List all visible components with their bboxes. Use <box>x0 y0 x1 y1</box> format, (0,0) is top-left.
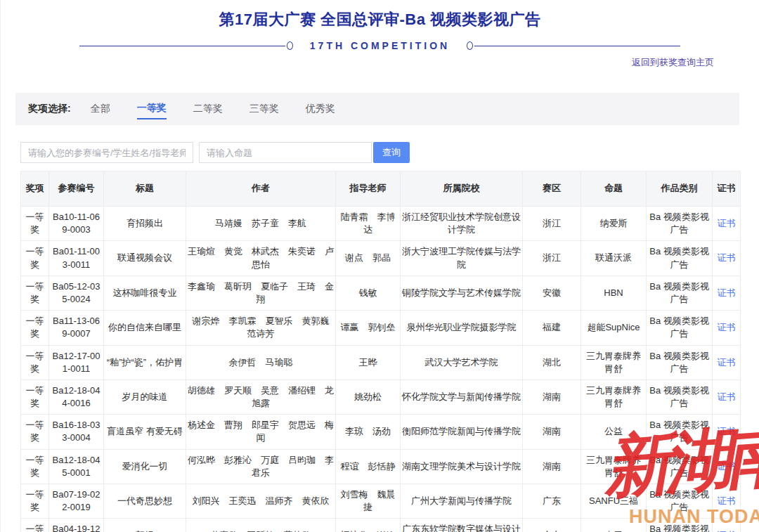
cell-school: 浙大宁波理工学院传媒与法学院 <box>401 241 523 275</box>
cell-title: 一代奇思妙想 <box>104 484 186 519</box>
filter-tab-first-prize[interactable]: 一等奖 <box>137 99 167 119</box>
filter-tab-excellence-prize[interactable]: 优秀奖 <box>306 100 335 119</box>
cell-cert: 证书 <box>713 207 741 241</box>
table-row: 一等奖Ba07-19-022-0019一代奇思妙想刘阳兴 王奕迅 温师齐 黄依欣… <box>21 484 741 519</box>
column-header-teachers: 指导老师 <box>336 171 401 207</box>
cell-award: 一等奖 <box>21 275 49 310</box>
filter-tab-third-prize[interactable]: 三等奖 <box>249 100 279 119</box>
table-row: 一等奖Ba16-18-033-0004盲道虽窄 有爱无碍杨述金 曹翔 郎星宇 贺… <box>21 415 741 449</box>
cell-category: Ba 视频类影视广告 <box>647 519 713 532</box>
results-table: 奖项 参赛编号 标题 作者 指导老师 所属院校 赛区 命题 作品类别 证书 一等… <box>20 171 741 532</box>
topic-search-input[interactable] <box>199 142 372 163</box>
cell-topic: SANFU三福 <box>581 484 647 519</box>
cell-award: 一等奖 <box>21 241 49 275</box>
column-header-entry-id: 参赛编号 <box>49 171 104 207</box>
certificate-link[interactable]: 证书 <box>718 495 736 506</box>
cell-award: 一等奖 <box>21 311 49 345</box>
cell-award: 一等奖 <box>21 449 49 484</box>
cell-id: Ba12-18-044-0016 <box>49 379 104 414</box>
divider-circle-right-icon <box>467 41 473 50</box>
cell-authors: 马靖嫚 苏子童 李航 <box>186 207 336 241</box>
column-header-region: 赛区 <box>523 171 581 207</box>
cell-topic: 三九胃泰牌养胃舒 <box>581 379 647 414</box>
cell-title: 爱消化一切 <box>104 449 186 484</box>
certificate-link[interactable]: 证书 <box>718 426 736 436</box>
cell-authors: 王瑜煊 黄觉 林武杰 朱奕诺 卢思怡 <box>186 241 336 275</box>
cell-region: 湖北 <box>523 345 581 379</box>
cell-teachers: 刘雪梅 魏晨捷 <box>336 484 401 519</box>
cell-authors: 刘阳兴 王奕迅 温师齐 黄依欣 <box>186 484 336 519</box>
certificate-link[interactable]: 证书 <box>718 287 736 298</box>
cell-school: 衡阳师范学院新闻与传播学院 <box>401 415 523 449</box>
page-title: 第17届大广赛 全国总评审-Ba 视频类影视广告 <box>1 9 759 30</box>
cell-region: 湖南 <box>523 415 581 449</box>
column-header-title: 标题 <box>104 171 186 207</box>
cell-teachers: 钱敏 <box>336 275 401 310</box>
filter-tab-second-prize[interactable]: 二等奖 <box>193 100 223 119</box>
certificate-link[interactable]: 证书 <box>718 252 736 263</box>
certificate-link[interactable]: 证书 <box>718 322 736 332</box>
certificate-link[interactable]: 证书 <box>718 357 736 368</box>
cell-award: 一等奖 <box>21 415 49 449</box>
table-row: 一等奖Ba10-11-069-0003育招频出马靖嫚 苏子童 李航陆青霜 李博达… <box>21 207 741 241</box>
cell-authors: 杨述金 曹翔 郎星宇 贺思远 梅闻 <box>186 415 336 449</box>
table-header: 奖项 参赛编号 标题 作者 指导老师 所属院校 赛区 命题 作品类别 证书 <box>21 171 741 207</box>
cell-topic: 公益 <box>581 415 647 449</box>
cell-region: 浙江 <box>523 207 581 241</box>
table-row: 一等奖Ba11-13-069-0007你的自信来自哪里谢宗烨 李凯霖 夏智乐 黄… <box>21 311 741 345</box>
query-button[interactable]: 查询 <box>373 142 410 163</box>
cell-category: Ba 视频类影视广告 <box>647 207 713 241</box>
cell-award: 一等奖 <box>21 484 49 519</box>
cell-category: Ba 视频类影视广告 <box>647 379 713 414</box>
cell-region: 广东 <box>523 519 581 532</box>
cell-school: 广东东软学院数字媒体与设计学院 <box>401 519 523 532</box>
cell-teachers: 程谊 彭恬静 <box>336 449 401 484</box>
cell-id: Ba10-11-069-0003 <box>49 207 104 241</box>
cell-topic: HBN <box>581 275 647 310</box>
column-header-certificate: 证书 <box>713 171 741 207</box>
cell-school: 湖南文理学院美术与设计学院 <box>401 449 523 484</box>
certificate-link[interactable]: 证书 <box>718 218 736 228</box>
column-header-topic: 命题 <box>581 171 647 207</box>
divider-circle-left-icon <box>287 41 293 50</box>
cell-cert: 证书 <box>713 241 741 275</box>
cell-cert: 证书 <box>713 484 741 519</box>
cell-teachers: 柯培华 谢峰 <box>336 519 401 532</box>
keyword-search-input[interactable] <box>20 142 193 163</box>
column-header-award: 奖项 <box>21 171 49 207</box>
cell-category: Ba 视频类影视广告 <box>647 449 713 484</box>
certificate-link[interactable]: 证书 <box>718 461 736 472</box>
cell-teachers: 李琼 汤劲 <box>336 415 401 449</box>
header-subtitle: 17TH COMPETITION <box>294 40 465 51</box>
cell-topic: 赤尾 <box>581 519 647 532</box>
cell-authors: 何泓晔 彭雅沁 万庭 吕昀珈 李君乐 <box>186 449 336 484</box>
back-to-query-home-link[interactable]: 返回到获奖查询主页 <box>632 57 714 67</box>
cell-region: 浙江 <box>523 241 581 275</box>
certificate-link[interactable]: 证书 <box>718 391 736 402</box>
cell-title: 育招频出 <box>104 207 186 241</box>
cell-school: 怀化学院文学与新闻传播学院 <box>401 379 523 414</box>
table-row: 一等奖Ba04-19-125-0004契烬黄嘉欣 阮昕韵 蔡菲欣柯培华 谢峰广东… <box>21 519 741 532</box>
divider-line-left <box>79 46 285 46</box>
award-filter-bar: 奖项选择: 全部 一等奖 二等奖 三等奖 优秀奖 <box>15 93 739 125</box>
column-header-school: 所属院校 <box>401 171 523 207</box>
cell-region: 安徽 <box>523 275 581 310</box>
table-row: 一等奖Ba12-18-045-0001爱消化一切何泓晔 彭雅沁 万庭 吕昀珈 李… <box>21 449 741 484</box>
cell-authors: 黄嘉欣 阮昕韵 蔡菲欣 <box>186 519 336 532</box>
divider-line-right <box>474 46 680 46</box>
cell-topic: 三九胃泰牌养胃舒 <box>581 449 647 484</box>
cell-award: 一等奖 <box>21 345 49 379</box>
column-header-category: 作品类别 <box>647 171 713 207</box>
cell-cert: 证书 <box>713 275 741 310</box>
cell-id: Ba12-18-045-0001 <box>49 449 104 484</box>
cell-title: 联通视频会议 <box>104 241 186 275</box>
search-row: 查询 <box>20 142 739 163</box>
cell-cert: 证书 <box>713 449 741 484</box>
cell-topic: 超能SupNice <box>581 311 647 345</box>
back-link-row: 返回到获奖查询主页 <box>1 51 759 69</box>
filter-tab-all[interactable]: 全部 <box>91 100 110 119</box>
cell-region: 广东 <box>523 484 581 519</box>
cell-category: Ba 视频类影视广告 <box>647 415 713 449</box>
cell-teachers: 谭赢 郭钊垒 <box>336 311 401 345</box>
cell-id: Ba07-19-022-0019 <box>49 484 104 519</box>
